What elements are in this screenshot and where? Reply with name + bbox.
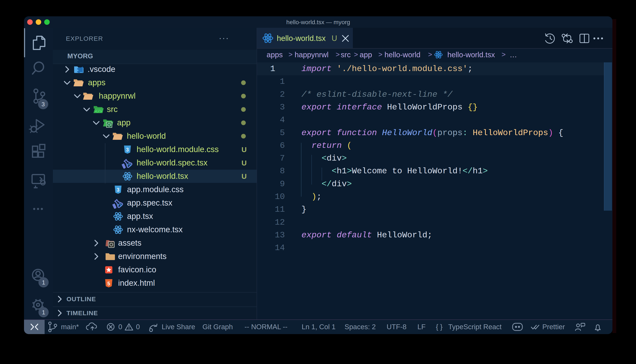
svg-text:3: 3 bbox=[41, 101, 45, 108]
svg-text:1: 1 bbox=[42, 279, 45, 286]
svg-text:1: 1 bbox=[42, 309, 45, 316]
